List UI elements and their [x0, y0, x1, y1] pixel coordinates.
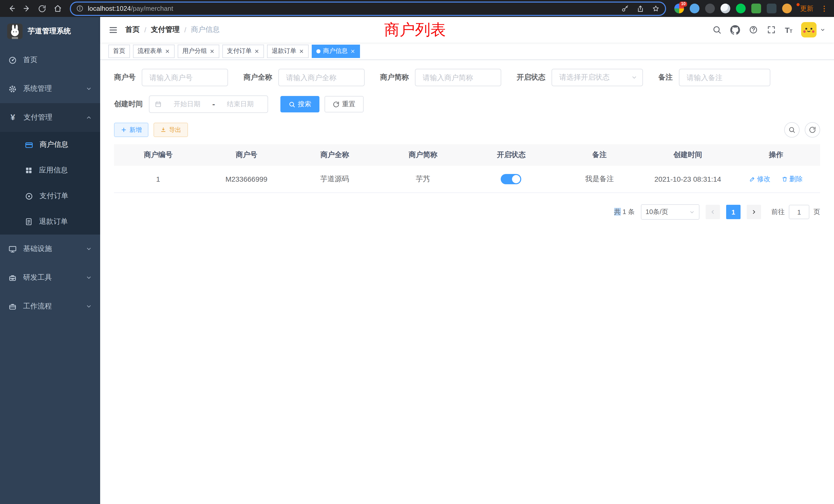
tab-home[interactable]: 首页	[108, 44, 130, 58]
github-icon[interactable]	[730, 25, 740, 35]
extension-icon-7[interactable]	[767, 4, 776, 13]
next-page-button[interactable]	[747, 205, 761, 219]
table-header-row: 商户编号 商户号 商户全称 商户简称 开启状态 备注 创建时间 操作	[114, 144, 820, 166]
cell-short-name: 芋艿	[379, 166, 467, 193]
extension-icon-1[interactable]: 10	[674, 4, 684, 13]
close-icon[interactable]	[210, 48, 215, 54]
col-merchant-id: 商户编号	[114, 144, 202, 166]
tab-label: 商户信息	[323, 47, 348, 55]
sidebar-item-merchant-info[interactable]: 商户信息	[0, 132, 100, 158]
create-time-range-picker[interactable]: 开始日期 - 结束日期	[149, 95, 268, 113]
page-content: 商户号 商户全称 商户简称 开启状态 请选择开启状态	[100, 60, 834, 504]
short-name-label: 商户简称	[380, 73, 409, 82]
add-button[interactable]: 新增	[114, 123, 148, 137]
back-button[interactable]	[4, 1, 19, 16]
sidebar-item-system[interactable]: 系统管理	[0, 74, 100, 103]
sidebar-item-home[interactable]: 首页	[0, 46, 100, 74]
sidebar-item-label: 系统管理	[23, 84, 52, 93]
tab-label: 用户分组	[182, 47, 207, 55]
tab-label: 首页	[113, 47, 125, 55]
export-button[interactable]: 导出	[154, 123, 188, 137]
url-bar[interactable]: localhost:1024/pay/merchant	[70, 1, 666, 16]
search-button[interactable]: 搜索	[280, 96, 320, 112]
chevron-right-icon	[751, 209, 757, 215]
sidebar-item-label: 支付订单	[40, 191, 68, 201]
tab-merchant-info-active[interactable]: 商户信息	[312, 44, 360, 58]
page-size-select[interactable]: 10条/页	[641, 204, 699, 220]
remark-input[interactable]	[679, 69, 770, 86]
extension-icon-6[interactable]	[751, 4, 761, 13]
fullscreen-icon[interactable]	[767, 25, 776, 35]
site-info-icon[interactable]	[76, 5, 84, 12]
status-select-placeholder: 请选择开启状态	[559, 73, 610, 82]
chevron-left-icon	[710, 209, 716, 215]
cell-full-name: 芋道源码	[291, 166, 379, 193]
tab-pay-order[interactable]: 支付订单	[222, 44, 264, 58]
sidebar-item-pay-order[interactable]: 支付订单	[0, 183, 100, 209]
share-icon[interactable]	[636, 4, 644, 13]
tab-user-group[interactable]: 用户分组	[178, 44, 219, 58]
user-avatar-menu[interactable]	[801, 22, 826, 38]
cell-actions: 修改 删除	[732, 166, 820, 193]
extension-icon-2[interactable]	[690, 4, 699, 13]
edit-link[interactable]: 修改	[749, 175, 770, 184]
close-icon[interactable]	[350, 48, 355, 54]
short-name-input[interactable]	[415, 69, 501, 86]
sidebar-item-label: 研发工具	[23, 273, 52, 282]
home-button[interactable]	[50, 1, 65, 16]
sidebar-item-payment[interactable]: ¥ 支付管理	[0, 103, 100, 132]
col-short-name: 商户简称	[379, 144, 467, 166]
breadcrumb-home[interactable]: 首页	[125, 25, 140, 35]
gear-icon	[8, 85, 17, 93]
toggle-search-button[interactable]	[784, 122, 799, 138]
reload-button[interactable]	[35, 1, 49, 16]
tab-label: 退款订单	[272, 47, 296, 55]
password-key-icon[interactable]	[621, 4, 629, 13]
sidebar-item-infrastructure[interactable]: 基础设施	[0, 234, 100, 263]
browser-menu-icon[interactable]	[818, 4, 830, 13]
hamburger-icon[interactable]	[108, 25, 118, 35]
reset-button[interactable]: 重置	[325, 96, 364, 112]
full-name-label: 商户全称	[243, 73, 272, 82]
merchant-no-input[interactable]	[142, 69, 228, 86]
monitor-icon	[8, 245, 17, 253]
extension-icon-8[interactable]	[782, 4, 792, 13]
close-icon[interactable]	[254, 48, 259, 54]
col-merchant-no: 商户号	[202, 144, 291, 166]
sidebar-item-workflow[interactable]: 工作流程	[0, 292, 100, 321]
page-1-button[interactable]: 1	[726, 205, 741, 219]
sidebar-item-refund-order[interactable]: 退款订单	[0, 209, 100, 234]
browser-update-button[interactable]: 更新	[800, 4, 813, 13]
edit-link-label: 修改	[757, 175, 770, 184]
help-icon[interactable]	[749, 25, 758, 35]
sidebar-item-dev-tools[interactable]: 研发工具	[0, 263, 100, 292]
bookmark-star-icon[interactable]	[652, 4, 660, 13]
pagination: 共 1 条 10条/页 1 前往	[114, 204, 820, 220]
forward-button[interactable]	[20, 1, 34, 16]
breadcrumb: 首页 / 支付管理 / 商户信息	[125, 25, 220, 35]
tab-process-form[interactable]: 流程表单	[133, 44, 175, 58]
sidebar-item-app-info[interactable]: 应用信息	[0, 158, 100, 183]
page-size-value: 10条/页	[645, 207, 668, 216]
extension-icon-4[interactable]	[721, 4, 730, 13]
status-toggle[interactable]	[501, 174, 522, 184]
tab-refund-order[interactable]: 退款订单	[267, 44, 309, 58]
close-icon[interactable]	[299, 48, 304, 54]
extension-icon-3[interactable]	[705, 4, 715, 13]
caret-down-icon	[820, 27, 826, 33]
full-name-input[interactable]	[278, 69, 365, 86]
prev-page-button[interactable]	[706, 205, 720, 219]
goto-page-input[interactable]	[789, 205, 809, 219]
sidebar-item-label: 工作流程	[23, 302, 52, 311]
refresh-table-button[interactable]	[805, 122, 820, 138]
app-logo[interactable]: 芋道管理系统	[0, 17, 100, 46]
search-button-label: 搜索	[298, 99, 311, 109]
delete-link[interactable]: 删除	[782, 175, 803, 184]
font-size-icon[interactable]: TT	[785, 26, 792, 33]
status-select[interactable]: 请选择开启状态	[552, 69, 643, 86]
breadcrumb-payment[interactable]: 支付管理	[151, 25, 180, 35]
search-icon[interactable]	[712, 25, 722, 35]
close-icon[interactable]	[165, 48, 170, 54]
extension-icon-5[interactable]	[736, 4, 746, 13]
navbar-actions: TT	[712, 22, 826, 38]
